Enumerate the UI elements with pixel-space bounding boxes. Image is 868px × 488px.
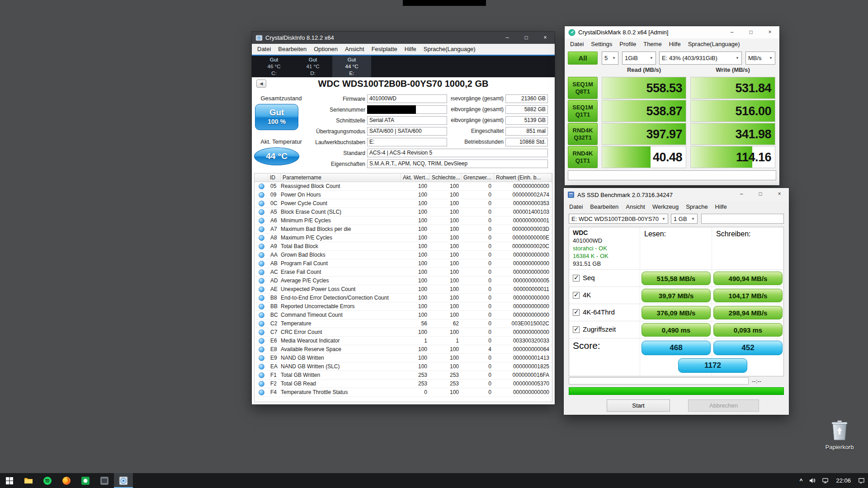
smart-row[interactable]: A8 Maximum P/E Cycles 100 100 0 00000000…	[255, 234, 552, 242]
drive-tab[interactable]: Gut 44 °C E:	[332, 56, 371, 77]
menu-item[interactable]: Optionen	[310, 46, 341, 52]
hidden-icons-button[interactable]: ^	[796, 473, 806, 488]
smart-row[interactable]: AC Erase Fail Count 100 100 0 0000000000…	[255, 268, 552, 277]
volume-button[interactable]	[806, 473, 819, 488]
smart-current: 100	[401, 192, 430, 198]
health-status-button[interactable]: Gut 100 %	[255, 104, 298, 130]
minimize-button[interactable]: –	[732, 188, 751, 202]
smart-row[interactable]: E9 NAND GB Written 100 100 0 00000000141…	[255, 354, 552, 362]
smart-row[interactable]: 05 Reassigned Block Count 100 100 0 0000…	[255, 182, 552, 191]
test-checkbox[interactable]: ✓	[573, 275, 580, 282]
start-button[interactable]: Start	[607, 399, 670, 412]
test-checkbox[interactable]: ✓	[573, 292, 580, 299]
recycle-bin[interactable]: Papierkorb	[821, 419, 858, 450]
asssd-titlebar[interactable]: AS SSD Benchmark 2.0.7316.34247 – □ ×	[564, 188, 789, 202]
action-center-button[interactable]	[855, 473, 868, 488]
menu-item[interactable]: Bearbeiten	[586, 203, 622, 210]
smart-row[interactable]: F1 Total GB Written 253 253 0 0000000016…	[255, 371, 552, 380]
close-button[interactable]: ×	[536, 32, 555, 44]
menu-item[interactable]: Hilfe	[665, 41, 684, 47]
smart-worst: 100	[430, 200, 462, 206]
smart-row[interactable]: F2 Total GB Read 253 253 0 000000005370	[255, 380, 552, 388]
menu-item[interactable]: Settings	[587, 41, 616, 47]
comment-field[interactable]	[568, 170, 776, 180]
menu-item[interactable]: Hilfe	[712, 203, 731, 210]
smart-row[interactable]: AD Average P/E Cycles 100 100 0 00000000…	[255, 277, 552, 285]
test-button[interactable]: SEQ1M Q1T1	[568, 100, 598, 122]
taskbar-clock[interactable]: 22:06	[832, 477, 855, 484]
smart-row[interactable]: E6 Media Wearout Indicator 1 1 0 0033003…	[255, 337, 552, 345]
test-label-line1: RND4K	[573, 150, 593, 157]
taskbar-file-explorer[interactable]	[19, 473, 38, 488]
menu-item[interactable]: Festplatte	[368, 46, 401, 52]
menu-item[interactable]: Datei	[566, 203, 586, 210]
close-button[interactable]: ×	[770, 188, 789, 202]
smart-row[interactable]: AB Program Fail Count 100 100 0 00000000…	[255, 259, 552, 268]
taskbar-firefox[interactable]	[57, 473, 76, 488]
taskbar-spotify[interactable]	[38, 473, 57, 488]
smart-row[interactable]: AE Unexpected Power Loss Count 100 100 0…	[255, 285, 552, 294]
smart-name: Minimum P/E Cycles	[281, 217, 401, 224]
maximize-button[interactable]: □	[517, 32, 536, 44]
smart-name: Total Bad Block	[281, 243, 401, 249]
test-checkbox[interactable]: ✓	[573, 326, 580, 333]
drive-tab[interactable]: Gut 46 °C C:	[255, 56, 293, 77]
smart-row[interactable]: A5 Block Erase Count (SLC) 100 100 0 000…	[255, 208, 552, 216]
menu-item[interactable]: Sprache(Language)	[684, 41, 744, 47]
menu-item[interactable]: Sprache	[682, 203, 711, 210]
status-dot-icon	[259, 321, 264, 327]
smart-row[interactable]: BC Command Timeout Count 100 100 0 00000…	[255, 311, 552, 319]
cdi-titlebar[interactable]: CrystalDiskInfo 8.12.2 x64 – □ ×	[252, 32, 555, 44]
smart-row[interactable]: EA NAND GB Written (SLC) 100 100 0 00000…	[255, 362, 552, 371]
smart-row[interactable]: A6 Minimum P/E Cycles 100 100 0 00000000…	[255, 216, 552, 225]
menu-item[interactable]: Profile	[616, 41, 640, 47]
prev-disk-button[interactable]: ◀	[256, 80, 266, 88]
test-size-dropdown[interactable]: 1GiB ▼	[622, 52, 656, 65]
menu-item[interactable]: Ansicht	[622, 203, 649, 210]
menu-item[interactable]: Datei	[254, 46, 274, 52]
test-button[interactable]: RND4K Q32T1	[568, 123, 598, 145]
maximize-button[interactable]: □	[741, 26, 760, 38]
smart-row[interactable]: AA Grown Bad Blocks 100 100 0 0000000000…	[255, 251, 552, 259]
test-count-dropdown[interactable]: 5 ▼	[602, 52, 618, 65]
size-dropdown[interactable]: 1 GB ▼	[671, 214, 698, 224]
menu-item[interactable]: Sprache(Language)	[420, 46, 479, 52]
taskbar-app-gray[interactable]	[95, 473, 114, 488]
menu-item[interactable]: Theme	[640, 41, 665, 47]
smart-row[interactable]: A9 Total Bad Block 100 100 0 00000000020…	[255, 242, 552, 251]
empty-field[interactable]	[701, 214, 784, 224]
smart-row[interactable]: C7 CRC Error Count 100 100 0 00000000000…	[255, 328, 552, 337]
menu-item[interactable]: Datei	[566, 41, 587, 47]
smart-row[interactable]: BB Reported Uncorrectable Errors 100 100…	[255, 302, 552, 311]
smart-row[interactable]: C2 Temperature 56 62 0 003E0015002C	[255, 319, 552, 328]
smart-row[interactable]: F4 Temperature Throttle Status 0 100 0 0…	[255, 388, 552, 397]
smart-row[interactable]: 0C Power Cycle Count 100 100 0 000000000…	[255, 199, 552, 208]
smart-id: F2	[268, 380, 281, 387]
unit-dropdown[interactable]: MB/s ▼	[745, 52, 775, 65]
smart-row[interactable]: E8 Available Reserve Space 100 100 4 000…	[255, 345, 552, 354]
menu-item[interactable]: Hilfe	[401, 46, 420, 52]
test-button[interactable]: SEQ1M Q8T1	[568, 77, 598, 99]
drive-dropdown[interactable]: E: WDC WDS100T2B0B-00YS70 ▼	[569, 214, 668, 224]
close-button[interactable]: ×	[760, 26, 779, 38]
all-tests-button[interactable]: All	[568, 52, 598, 65]
smart-row[interactable]: A7 Maximum Bad Blocks per die 100 100 0 …	[255, 225, 552, 234]
cdm-titlebar[interactable]: CrystalDiskMark 8.0.2 x64 [Admin] – □ ×	[565, 26, 779, 38]
temperature-indicator[interactable]: 44 °C	[254, 147, 299, 165]
smart-row[interactable]: B8 End-to-End Error Detection/Correction…	[255, 294, 552, 302]
target-drive-dropdown[interactable]: E: 43% (403/931GiB) ▼	[659, 52, 742, 65]
minimize-button[interactable]: –	[498, 32, 517, 44]
start-button[interactable]	[0, 473, 19, 488]
test-checkbox[interactable]: ✓	[573, 309, 580, 316]
taskbar-app-green[interactable]	[76, 473, 95, 488]
menu-item[interactable]: Bearbeiten	[274, 46, 310, 52]
info-field-row: Laufwerkbuchstaben E:	[311, 138, 447, 146]
minimize-button[interactable]: –	[722, 26, 741, 38]
menu-item[interactable]: Ansicht	[341, 46, 368, 52]
smart-row[interactable]: 09 Power On Hours 100 100 0 000000002A74	[255, 191, 552, 199]
drive-tab[interactable]: Gut 41 °C D:	[293, 56, 332, 77]
test-button[interactable]: RND4K Q1T1	[568, 146, 598, 168]
network-button[interactable]	[819, 473, 832, 488]
menu-item[interactable]: Werkzeug	[649, 203, 682, 210]
taskbar-crystaldiskinfo[interactable]	[114, 473, 133, 488]
